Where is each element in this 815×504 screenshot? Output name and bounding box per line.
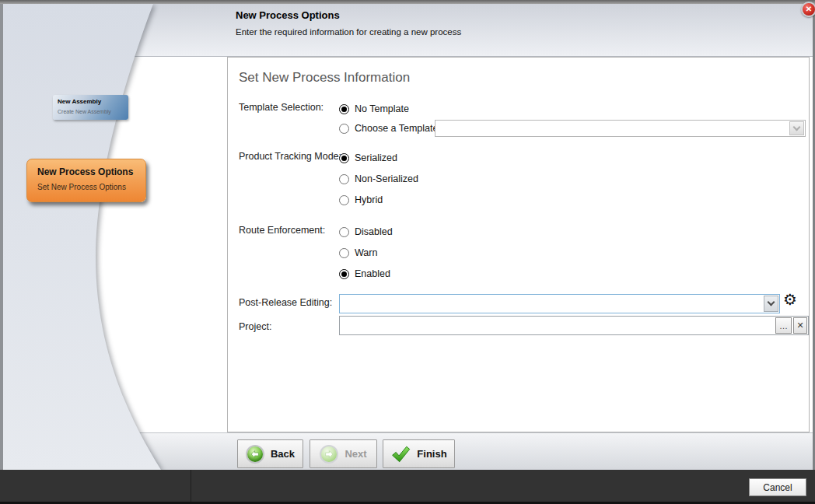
page-title: Set New Process Information	[239, 70, 410, 86]
radio-disabled[interactable]: Disabled	[339, 226, 393, 238]
gear-icon[interactable]: ⚙	[783, 292, 797, 307]
post-release-editing-input[interactable]	[341, 296, 762, 312]
radio-indicator	[339, 124, 349, 134]
radio-serialized[interactable]: Serialized	[339, 152, 397, 164]
chevron-down-icon	[793, 123, 801, 131]
radio-label: Serialized	[355, 152, 397, 163]
product-tracking-label: Product Tracking Mode:	[239, 151, 341, 162]
radio-warn[interactable]: Warn	[339, 247, 377, 259]
wizard-steps-sidebar	[3, 4, 179, 470]
cancel-button-label: Cancel	[763, 482, 792, 493]
close-icon[interactable]: ✕	[801, 2, 815, 17]
project-field[interactable]: … ✕	[339, 316, 809, 335]
radio-label: Non-Serialized	[355, 173, 418, 184]
radio-label: Choose a Template	[355, 123, 438, 134]
radio-label: Hybrid	[355, 194, 383, 205]
arrow-left-circle-icon	[246, 445, 264, 464]
project-label: Project:	[239, 321, 271, 332]
radio-hybrid[interactable]: Hybrid	[339, 194, 383, 206]
post-release-editing-combo[interactable]	[339, 294, 780, 313]
next-button[interactable]: Next	[310, 439, 377, 468]
radio-indicator	[339, 269, 349, 279]
radio-label: Warn	[355, 247, 377, 258]
template-combo-dropdown-button[interactable]	[789, 121, 804, 135]
back-button-label: Back	[271, 448, 295, 460]
finish-button[interactable]: Finish	[383, 439, 455, 468]
radio-label: No Template	[355, 103, 409, 114]
chevron-down-icon	[768, 299, 775, 306]
radio-indicator	[339, 227, 349, 237]
radio-indicator	[339, 248, 349, 258]
back-button[interactable]: Back	[237, 439, 303, 468]
next-button-label: Next	[345, 448, 366, 460]
check-icon	[390, 445, 411, 464]
new-process-options-dialog: New Process Options Enter the required i…	[0, 0, 815, 504]
template-combo[interactable]	[435, 120, 806, 137]
radio-no-template[interactable]: No Template	[339, 103, 409, 115]
post-release-editing-label: Post-Release Editing:	[239, 297, 332, 308]
post-release-dropdown-button[interactable]	[764, 296, 778, 312]
footer-bar: Cancel	[0, 470, 815, 504]
step-title: New Assembly	[58, 98, 128, 105]
template-selection-label: Template Selection:	[239, 102, 324, 113]
radio-non-serialized[interactable]: Non-Serialized	[339, 173, 418, 185]
window-border-top	[0, 0, 815, 4]
cancel-button[interactable]: Cancel	[749, 478, 806, 496]
ellipsis-icon: …	[779, 321, 788, 331]
radio-indicator	[339, 174, 349, 184]
radio-indicator	[339, 153, 349, 163]
step-subtitle: Set New Process Options	[37, 183, 145, 191]
footer-divider	[191, 470, 191, 504]
finish-button-label: Finish	[417, 448, 446, 460]
radio-indicator	[339, 195, 349, 205]
project-clear-button[interactable]: ✕	[793, 317, 807, 334]
route-enforcement-label: Route Enforcement:	[239, 225, 325, 236]
radio-choose-template[interactable]: Choose a Template	[339, 122, 438, 135]
step-title: New Process Options	[37, 166, 145, 177]
wizard-title: New Process Options	[236, 9, 340, 21]
radio-label: Enabled	[355, 268, 390, 279]
radio-label: Disabled	[355, 226, 393, 237]
template-combo-input[interactable]	[437, 121, 788, 135]
sidebar-curve-shape	[3, 4, 161, 470]
wizard-step-new-process-options[interactable]: New Process Options Set New Process Opti…	[26, 159, 146, 202]
form-panel: Set New Process Information Template Sel…	[227, 57, 810, 432]
clear-icon: ✕	[796, 320, 803, 331]
project-browse-button[interactable]: …	[775, 317, 792, 334]
step-subtitle: Create New Assembly	[58, 109, 128, 114]
radio-indicator	[339, 104, 349, 114]
arrow-right-circle-icon	[320, 445, 338, 464]
wizard-step-new-assembly[interactable]: New Assembly Create New Assembly	[53, 95, 128, 120]
wizard-subtitle: Enter the required information for creat…	[236, 27, 461, 37]
radio-enabled[interactable]: Enabled	[339, 268, 390, 280]
project-input[interactable]	[341, 317, 774, 334]
window-border-left	[0, 4, 3, 470]
